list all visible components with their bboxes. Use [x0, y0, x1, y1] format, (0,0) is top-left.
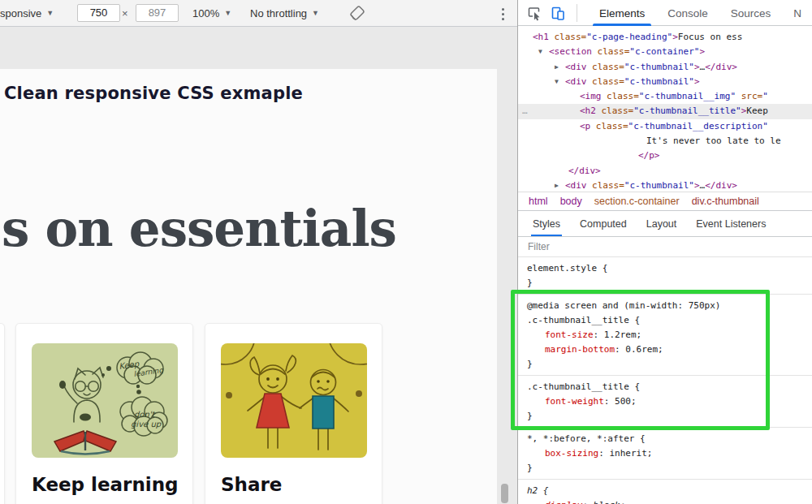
elements-tree-node[interactable]: </div> [518, 164, 812, 179]
property-name: box-sizing [545, 448, 598, 459]
elements-tree-node[interactable]: …<h2 class="c-thumbnail__title">Keep [518, 104, 812, 118]
breadcrumb-item-div-c-thumbnail[interactable]: div.c-thumbnail [692, 196, 759, 207]
annotation-highlight-box [511, 290, 770, 430]
card-title: Share [221, 474, 282, 495]
elements-tree-node[interactable]: <p class="c-thumbnail__description" [518, 119, 812, 134]
chevron-down-icon: ▼ [46, 9, 54, 17]
elements-tree-node[interactable]: </p> [518, 149, 812, 163]
elements-tree-node[interactable]: ▼<section class="c-container"> [518, 45, 812, 59]
elements-tree-node[interactable]: ▼<div class="c-thumbnail"> [518, 75, 812, 89]
zoom-select[interactable]: 100% ▼ [192, 0, 231, 26]
dimension-separator: × [122, 0, 128, 26]
toggle-device-toolbar-button[interactable] [549, 4, 567, 22]
devtools-tab-n[interactable]: N [782, 0, 812, 26]
card-title: Keep learning [32, 474, 179, 495]
inspect-element-button[interactable] [525, 4, 543, 22]
thumbnail-card-partial [0, 323, 5, 504]
share-kids-drawing [221, 343, 367, 458]
thumbnail-card-share: Share [205, 323, 382, 504]
expand-arrow-open-icon[interactable]: ▼ [555, 75, 559, 89]
site-title: Clean responsive CSS exmaple [4, 84, 303, 103]
expand-arrow-open-icon[interactable]: ▼ [538, 45, 542, 59]
inspect-icon [526, 5, 542, 21]
styles-tab-computed[interactable]: Computed [570, 211, 637, 236]
styles-filter-input[interactable]: Filter [518, 237, 812, 257]
viewport-height-input[interactable]: 897 [136, 4, 179, 22]
styles-sidebar-tabs: StylesComputedLayoutEvent Listeners [518, 210, 812, 237]
svg-text:give up: give up [131, 420, 162, 429]
elements-tree-node[interactable]: ▶<div class="c-thumbnail">…</div> [518, 179, 812, 192]
rule-close-brace: } [527, 461, 812, 476]
breadcrumb-item-section-c-container[interactable]: section.c-container [594, 196, 680, 207]
device-type-label: sponsive [0, 7, 41, 19]
device-toolbar-icon [550, 5, 566, 21]
css-property[interactable]: display: block; [527, 498, 812, 504]
rule-selector: element.style { [527, 261, 812, 276]
device-toolbar: sponsive ▼ 750 × 897 100% ▼ No throttlin… [0, 0, 517, 27]
elements-tree-node[interactable]: ▶<div class="c-thumbnail">…</div> [518, 60, 812, 75]
node-gutter-marker: … [522, 104, 529, 118]
elements-tree-node[interactable]: <h1 class="c-page-heading">Focus on ess [518, 30, 812, 45]
device-type-select[interactable]: sponsive ▼ [0, 0, 54, 26]
devtools-tabs: ElementsConsoleSourcesN [588, 0, 812, 26]
style-rule[interactable]: *, *:before, *:after {box-sizing: inheri… [518, 428, 812, 480]
devtools-toolbar: ElementsConsoleSourcesN [518, 0, 812, 26]
elements-tree-node[interactable]: It's never too late to le [518, 134, 812, 149]
chevron-down-icon: ▼ [312, 9, 319, 17]
more-options-button[interactable] [496, 5, 509, 23]
screen: sponsive ▼ 750 × 897 100% ▼ No throttlin… [0, 0, 812, 504]
page-scrollbar-thumb[interactable] [501, 484, 508, 503]
rule-selector: *, *:before, *:after { [527, 432, 812, 446]
rotate-viewport-button[interactable] [348, 0, 367, 26]
zoom-value: 100% [192, 7, 219, 19]
chevron-down-icon: ▼ [224, 9, 231, 17]
styles-tab-styles[interactable]: Styles [523, 211, 570, 236]
rule-selector: h2 { [527, 484, 812, 498]
page-heading: s on essentials [2, 200, 396, 257]
throttling-select[interactable]: No throttling ▼ [250, 0, 319, 26]
rotate-icon [348, 3, 367, 23]
svg-text:don't: don't [134, 410, 157, 419]
thumbnail-card-keep-learning: Keep learning don't give up Keep learnin… [15, 323, 193, 504]
property-name: display [545, 500, 582, 504]
property-value: : inherit; [598, 448, 652, 459]
keep-learning-cat-drawing: Keep learning don't give up [32, 343, 178, 458]
style-rule[interactable]: h2 {display: block; [518, 480, 812, 504]
css-property[interactable]: box-sizing: inherit; [527, 446, 812, 461]
devtools-tab-console[interactable]: Console [656, 0, 719, 26]
devtools-tab-elements[interactable]: Elements [588, 0, 656, 26]
styles-tab-layout[interactable]: Layout [637, 211, 687, 236]
property-value: : block; [582, 500, 625, 504]
breadcrumb-item-html[interactable]: html [529, 196, 548, 207]
viewport-width-input[interactable]: 750 [77, 4, 120, 22]
elements-tree-node[interactable]: <img class="c-thumbnail__img" src=" [518, 89, 812, 104]
expand-arrow-closed-icon[interactable]: ▶ [555, 179, 559, 192]
devtools-tab-sources[interactable]: Sources [719, 0, 783, 26]
toolbar-divider [577, 4, 577, 22]
throttling-value: No throttling [250, 7, 307, 19]
expand-arrow-closed-icon[interactable]: ▶ [555, 60, 559, 75]
rule-close-brace: } [527, 276, 812, 291]
elements-tree: <h1 class="c-page-heading">Focus on ess▼… [518, 26, 812, 192]
styles-tab-event-listeners[interactable]: Event Listeners [686, 211, 775, 236]
breadcrumb-item-body[interactable]: body [560, 196, 582, 207]
breadcrumb: htmlbodysection.c-containerdiv.c-thumbna… [518, 192, 812, 210]
teal-shirt [313, 396, 334, 429]
